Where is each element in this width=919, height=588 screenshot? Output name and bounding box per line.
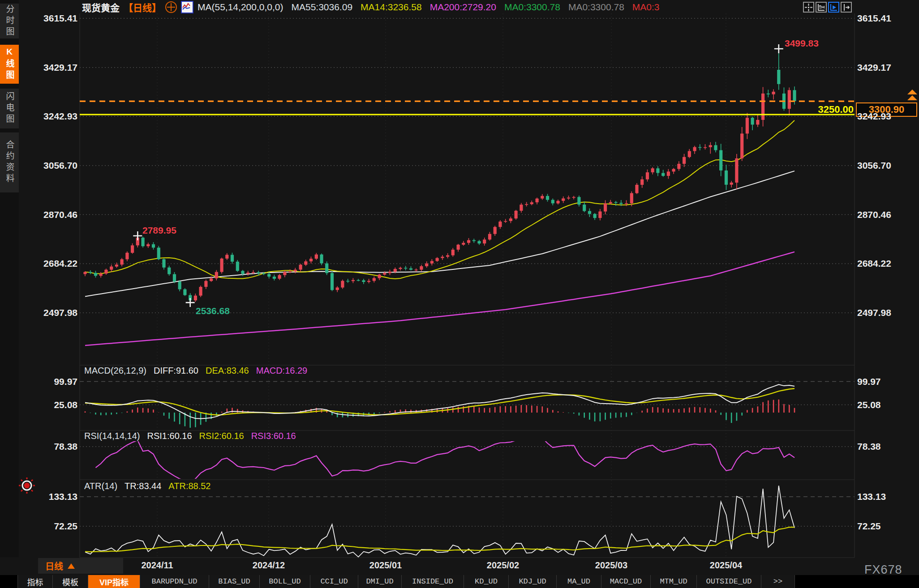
price-axis-label-right: 3429.17 — [857, 62, 891, 73]
atr-axis-label-right: 72.25 — [857, 521, 881, 532]
price-axis-label-right: 2870.46 — [857, 209, 891, 220]
sidebar-item-1[interactable]: 分时图 — [0, 4, 19, 38]
macd-axis-label-left: 99.97 — [20, 376, 77, 387]
sidebar-item-2[interactable]: K线图 — [0, 45, 19, 84]
sidebar-item-4[interactable]: 合约资料 — [0, 132, 19, 192]
nov-trough-label: 2536.68 — [196, 306, 230, 316]
atr-axis-label-right: 133.13 — [857, 491, 886, 502]
price-axis-label-left: 2684.22 — [20, 258, 77, 269]
price-axis-label-right: 2684.22 — [857, 258, 891, 269]
toolbar-tab-bollud[interactable]: BOLL_UD — [260, 575, 310, 588]
atr-segment-2: TR:83.44 — [125, 481, 161, 491]
toolbar-tab-[interactable]: 模板 — [53, 575, 88, 588]
add-overlay-icon[interactable] — [165, 1, 177, 13]
macd-segment-2: DIFF:91.60 — [154, 366, 198, 376]
period-tag[interactable]: 【日线】 — [124, 0, 161, 14]
axis-toolbar — [803, 2, 852, 13]
alert-price-label[interactable]: 3250.00 — [788, 104, 854, 115]
rsi-header: RSI(14,14,14)RSI1:60.16RSI2:60.16RSI3:60… — [84, 431, 296, 441]
rsi-segment-1: RSI(14,14,14) — [84, 431, 140, 441]
rsi-axis-label-right: 78.38 — [857, 441, 881, 452]
crosshair-tool-button[interactable] — [803, 2, 814, 13]
sidebar-item-3[interactable]: 闪电图 — [0, 89, 19, 128]
macd-header: MACD(26,12,9)DIFF:91.60DEA:83.46MACD:16.… — [84, 366, 307, 376]
rsi-segment-2: RSI1:60.16 — [147, 431, 192, 441]
toolbar-tab-maud[interactable]: MA_UD — [557, 575, 601, 588]
price-axis-label-left: 3056.70 — [20, 160, 77, 171]
rsi-axis-label-left: 78.38 — [20, 441, 77, 452]
ma-readout: MA(55,14,200,0,0,0)MA55:3036.09MA14:3236… — [198, 2, 660, 13]
ma-readout-segment-1: MA(55,14,200,0,0,0) — [198, 2, 283, 13]
axis-scale-tool-button[interactable] — [816, 2, 827, 13]
sidebar: 分时图K线图闪电图合约资料 — [0, 0, 19, 557]
price-axis-label-left: 2497.98 — [20, 307, 77, 318]
atr-segment-3: ATR:88.52 — [168, 481, 210, 491]
chart-canvas[interactable] — [0, 0, 919, 588]
period-selector[interactable]: 日线 — [38, 558, 123, 574]
symbol-name: 现货黄金 — [82, 0, 120, 14]
price-axis-label-left: 3429.17 — [20, 62, 77, 73]
axis-shift-tool-button[interactable] — [841, 2, 852, 13]
period-label: 日线 — [45, 559, 63, 572]
toolbar-tab-kdjud[interactable]: KDJ_UD — [509, 575, 557, 588]
price-axis-label-right: 3615.41 — [857, 13, 891, 24]
toolbar-tab-dmiud[interactable]: DMI_UD — [358, 575, 402, 588]
triangle-up-icon — [68, 563, 75, 569]
x-axis-label: 2025/02 — [487, 560, 519, 571]
toolbar-tab-outsideud[interactable]: OUTSIDE_UD — [697, 575, 761, 588]
indicator-toolbar: 指标模板VIP指标BARUPDN_UDBIAS_UDBOLL_UDCCI_UDD… — [0, 575, 919, 588]
price-axis-label-right: 2497.98 — [857, 307, 891, 318]
toolbar-tab-vip[interactable]: VIP指标 — [88, 575, 140, 588]
rsi-segment-3: RSI2:60.16 — [199, 431, 244, 441]
atr-segment-1: ATR(14) — [84, 481, 117, 491]
kline-style-icon[interactable] — [181, 1, 193, 13]
high-price-label: 3499.83 — [785, 38, 819, 49]
ma-readout-segment-6: MA0:3300.78 — [568, 2, 624, 13]
toolbar-tab-insideud[interactable]: INSIDE_UD — [402, 575, 464, 588]
price-axis-label-left: 2870.46 — [20, 209, 77, 220]
chart-application: 分时图K线图闪电图合约资料 现货黄金 【日线】 MA(55,14,200,0,0… — [0, 0, 919, 588]
ma-readout-segment-3: MA14:3236.58 — [361, 2, 422, 13]
ma-readout-segment-5: MA0:3300.78 — [504, 2, 560, 13]
price-axis-label-right: 3242.93 — [857, 111, 891, 122]
toolbar-tab-biasud[interactable]: BIAS_UD — [209, 575, 260, 588]
macd-segment-4: MACD:16.29 — [256, 366, 308, 376]
ma-readout-segment-4: MA200:2729.20 — [430, 2, 496, 13]
ma-readout-segment-7: MA0:3 — [632, 2, 660, 13]
rsi-segment-4: RSI3:60.16 — [251, 431, 296, 441]
toolbar-spacer — [0, 575, 18, 588]
x-axis-label: 2024/11 — [141, 560, 173, 571]
price-axis-label-right: 3056.70 — [857, 160, 891, 171]
macd-axis-label-right: 99.97 — [857, 376, 881, 387]
price-axis-label-left: 3615.41 — [20, 13, 77, 24]
toolbar-tab-cciud[interactable]: CCI_UD — [310, 575, 358, 588]
toolbar-filler — [795, 575, 919, 588]
toolbar-tab-kdud[interactable]: KD_UD — [464, 575, 509, 588]
oct-peak-label: 2789.95 — [142, 225, 176, 236]
x-axis-label: 2024/12 — [253, 560, 285, 571]
toolbar-tab-mtmud[interactable]: MTM_UD — [651, 575, 697, 588]
toolbar-tab-macdud[interactable]: MACD_UD — [601, 575, 651, 588]
chart-header: 现货黄金 【日线】 MA(55,14,200,0,0,0)MA55:3036.0… — [82, 1, 660, 13]
macd-segment-1: MACD(26,12,9) — [84, 366, 146, 376]
toolbar-tab-[interactable]: 指标 — [18, 575, 53, 588]
atr-header: ATR(14)TR:83.44ATR:88.52 — [84, 481, 210, 491]
macd-axis-label-right: 25.08 — [857, 400, 881, 410]
atr-axis-label-left: 72.25 — [20, 521, 77, 532]
macd-segment-3: DEA:83.46 — [206, 366, 249, 376]
x-axis-label: 2025/03 — [595, 560, 627, 571]
atr-axis-label-left: 133.13 — [20, 491, 77, 502]
price-axis-label-left: 3242.93 — [20, 111, 77, 122]
toolbar-tab-barupdnud[interactable]: BARUPDN_UD — [140, 575, 209, 588]
toolbar-tab->>[interactable]: >> — [761, 575, 795, 588]
price-up-arrows-icon — [907, 89, 917, 101]
x-axis-label: 2025/01 — [369, 560, 402, 571]
macd-axis-label-left: 25.08 — [20, 400, 77, 410]
axis-play-tool-button[interactable] — [828, 2, 839, 13]
ma-readout-segment-2: MA55:3036.09 — [291, 2, 352, 13]
x-axis-label: 2025/04 — [710, 560, 742, 571]
